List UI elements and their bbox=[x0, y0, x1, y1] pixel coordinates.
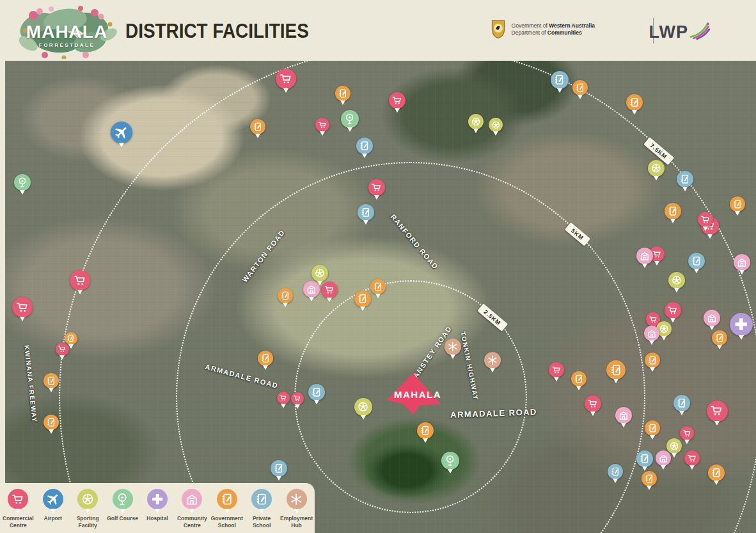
marker-tail bbox=[647, 486, 652, 490]
lwp-swoosh-icon bbox=[689, 22, 710, 40]
marker-tail bbox=[661, 336, 666, 340]
marker-tail bbox=[714, 481, 719, 485]
header: MAHALA FORRESTDALE DISTRICT FACILITIES G… bbox=[0, 0, 756, 61]
marker-community: .f{fill:#fff;stroke:none;} bbox=[636, 248, 653, 264]
marker-gov-school: .f{fill:#fff;stroke:none;} bbox=[730, 196, 745, 212]
marker-tail bbox=[557, 88, 562, 93]
legend-item-commercial: .f{fill:#fff;stroke:none;}Commercial Cen… bbox=[1, 489, 35, 529]
marker-tail bbox=[363, 220, 368, 225]
marker-tail bbox=[684, 440, 689, 444]
legend-item-employment: .f{fill:#fff;stroke:none;}Employment Hub bbox=[280, 489, 313, 529]
marker-gov-school: .f{fill:#fff;stroke:none;} bbox=[258, 351, 273, 366]
marker-tail bbox=[654, 176, 659, 180]
marker-commercial: .f{fill:#fff;stroke:none;} bbox=[684, 450, 700, 466]
marker-gov-school: .f{fill:#fff;stroke:none;} bbox=[572, 80, 588, 95]
marker-tail bbox=[493, 131, 498, 136]
employment-icon: .f{fill:#fff;stroke:none;} bbox=[287, 489, 307, 509]
legend-label: Golf Course bbox=[107, 515, 138, 522]
marker-tail bbox=[283, 303, 288, 307]
marker-tail bbox=[661, 465, 666, 470]
marker-tail bbox=[670, 318, 675, 322]
marker-gov-school: .f{fill:#fff;stroke:none;} bbox=[43, 373, 59, 388]
sporting-icon: .f{fill:#fff;stroke:none;} bbox=[77, 489, 98, 509]
marker-commercial: .f{fill:#fff;stroke:none;} bbox=[368, 179, 385, 196]
marker-tail bbox=[263, 365, 268, 370]
logo-subtitle: FORRESTDALE bbox=[39, 42, 95, 48]
marker-tail bbox=[49, 388, 54, 392]
airport-icon: .f{fill:#fff;stroke:none;} bbox=[43, 489, 63, 509]
marker-priv-school: .f{fill:#fff;stroke:none;} bbox=[673, 395, 690, 411]
legend-item-gov-school: .f{fill:#fff;stroke:none;}Government Sch… bbox=[210, 489, 244, 529]
marker-gov-school: .f{fill:#fff;stroke:none;} bbox=[645, 353, 660, 368]
marker-tail bbox=[374, 195, 379, 200]
marker-commercial: .f{fill:#fff;stroke:none;} bbox=[56, 342, 69, 356]
legend-label: Employment Hub bbox=[280, 515, 313, 529]
marker-tail bbox=[707, 234, 713, 239]
mahala-logo: MAHALA FORRESTDALE bbox=[14, 3, 120, 59]
lwp-text: LWP bbox=[649, 24, 689, 40]
page-title: DISTRICT FACILITIES bbox=[125, 20, 309, 43]
legend-item-sporting: .f{fill:#fff;stroke:none;}Sporting Facil… bbox=[71, 489, 104, 529]
marker-priv-school: .f{fill:#fff;stroke:none;} bbox=[356, 138, 373, 154]
marker-community: .f{fill:#fff;stroke:none;} bbox=[734, 254, 750, 271]
marker-sporting: .f{fill:#fff;stroke:none;} bbox=[668, 272, 685, 289]
marker-tail bbox=[672, 453, 677, 457]
legend-label: Hospital bbox=[146, 515, 168, 522]
marker-gov-school: .f{fill:#fff;stroke:none;} bbox=[354, 290, 371, 307]
marker-tail bbox=[490, 368, 495, 372]
marker-community: .f{fill:#fff;stroke:none;} bbox=[644, 326, 659, 341]
marker-employment: .f{fill:#fff;stroke:none;} bbox=[484, 352, 501, 369]
marker-sporting: .f{fill:#fff;stroke:none;} bbox=[666, 438, 682, 454]
legend-panel: .f{fill:#fff;stroke:none;}Commercial Cen… bbox=[0, 483, 315, 533]
marker-tail bbox=[320, 131, 325, 136]
wa-crest-icon bbox=[490, 19, 507, 40]
marker-employment: .f{fill:#fff;stroke:none;} bbox=[445, 338, 461, 355]
marker-tail bbox=[347, 127, 352, 132]
legend-item-priv-school: .f{fill:#fff;stroke:none;}Private School bbox=[245, 489, 278, 529]
mahala-site-label: MAHALA bbox=[384, 389, 451, 400]
marker-priv-school: .f{fill:#fff;stroke:none;} bbox=[358, 204, 374, 221]
marker-tail bbox=[650, 367, 655, 372]
legend-item-hospital: .f{fill:#fff;stroke:none;}Hospital bbox=[141, 489, 174, 522]
marker-gov-school: .f{fill:#fff;stroke:none;} bbox=[370, 279, 386, 294]
marker-sporting: .f{fill:#fff;stroke:none;} bbox=[354, 398, 372, 416]
legend-item-community: .f{fill:#fff;stroke:none;}Community Cent… bbox=[175, 489, 209, 529]
marker-community: .f{fill:#fff;stroke:none;} bbox=[704, 310, 720, 326]
logo-title: MAHALA bbox=[26, 22, 107, 42]
marker-tail bbox=[735, 211, 740, 216]
marker-tail bbox=[20, 317, 25, 321]
road-label: KWINANA FREEWAY bbox=[23, 345, 38, 423]
marker-tail bbox=[283, 88, 288, 93]
marker-gov-school: .f{fill:#fff;stroke:none;} bbox=[665, 203, 681, 219]
marker-tail bbox=[689, 465, 695, 470]
marker-tail bbox=[360, 306, 365, 311]
lwp-logo: LWP bbox=[649, 22, 711, 40]
marker-gov-school: .f{fill:#fff;stroke:none;} bbox=[708, 465, 725, 481]
legend-label: Commercial Centre bbox=[1, 515, 35, 529]
marker-tail bbox=[448, 469, 453, 473]
marker-sporting: .f{fill:#fff;stroke:none;} bbox=[311, 265, 328, 282]
marker-commercial: .f{fill:#fff;stroke:none;} bbox=[276, 68, 296, 89]
marker-tail bbox=[119, 143, 124, 147]
marker-tail bbox=[554, 377, 559, 381]
marker-commercial: .f{fill:#fff;stroke:none;} bbox=[665, 302, 681, 319]
satellite-map: 2.5KM5KM7.5KM KWINANA FREEWAYWARTON ROAD… bbox=[5, 61, 756, 533]
marker-tail bbox=[340, 100, 345, 105]
marker-tail bbox=[649, 340, 654, 345]
government-text: Government of Western Australia Departme… bbox=[512, 22, 595, 37]
marker-tail bbox=[49, 429, 54, 434]
marker-commercial: .f{fill:#fff;stroke:none;} bbox=[291, 392, 304, 405]
marker-commercial: .f{fill:#fff;stroke:none;} bbox=[389, 92, 406, 109]
marker-gov-school: .f{fill:#fff;stroke:none;} bbox=[626, 94, 643, 111]
marker-commercial: .f{fill:#fff;stroke:none;} bbox=[585, 395, 601, 412]
marker-tail bbox=[709, 326, 714, 330]
marker-tail bbox=[276, 476, 281, 481]
marker-tail bbox=[473, 129, 478, 133]
commercial-icon: .f{fill:#fff;stroke:none;} bbox=[8, 489, 28, 509]
marker-tail bbox=[654, 261, 659, 266]
legend-item-airport: .f{fill:#fff;stroke:none;}Airport bbox=[36, 489, 70, 522]
marker-sporting: .f{fill:#fff;stroke:none;} bbox=[489, 118, 503, 132]
marker-tail bbox=[670, 219, 675, 223]
marker-commercial: .f{fill:#fff;stroke:none;} bbox=[549, 362, 564, 378]
marker-tail bbox=[375, 294, 381, 298]
